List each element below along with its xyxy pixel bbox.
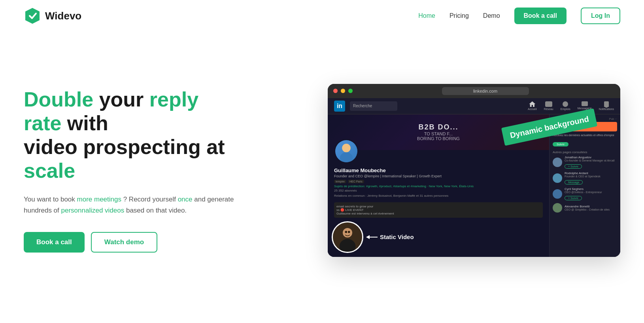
li-post: email secrets to grow your ss 🔴 LIVE EVE… — [334, 202, 543, 218]
hero-buttons: Book a call Watch demo — [24, 232, 237, 253]
nav-links: Home Pricing Demo Book a call Log In — [418, 8, 620, 24]
sidebar-role-3: CEO @Solteos - Entrepreneur — [565, 191, 602, 194]
sidebar-role-4: CEO @ Simplébo - Création de sites — [565, 208, 610, 211]
static-video-circle — [332, 221, 363, 253]
logo-icon — [24, 7, 41, 25]
sidebar-name-4: Alexandre Bonetti — [565, 205, 610, 208]
sidebar-avatar-4 — [553, 203, 562, 213]
svg-marker-0 — [25, 8, 40, 24]
cover-b2b-text: B2B DO... — [417, 123, 460, 131]
sidebar-person-info-4: Alexandre Bonetti CEO @ Simplébo - Créat… — [565, 205, 610, 211]
nav-book-call-button[interactable]: Book a call — [514, 8, 567, 24]
hero-subtitle-once: once — [178, 196, 193, 203]
li-nav-accueil: Accueil — [528, 101, 537, 110]
tag-hec: HEC Paris — [348, 180, 364, 183]
nav-demo[interactable]: Demo — [483, 12, 500, 19]
hero-title-with: with — [61, 112, 108, 135]
browser-mockup: linkedin.com in Recherche Accueil — [328, 84, 620, 257]
cover-boring2-text: BORING TO BORING — [417, 136, 460, 141]
post-author: Guillaume est intervenu à cet événement — [336, 212, 540, 215]
sidebar-avatar-1 — [553, 158, 562, 167]
profile-avatar — [334, 139, 359, 163]
linkedin-search: Recherche — [350, 101, 397, 111]
hero-left: Double your reply rate with video prospe… — [24, 88, 237, 252]
hero-title: Double your reply rate with video prospe… — [24, 88, 237, 182]
linkedin-profile-section: Guillaume Moubeche Founder and CEO @lemp… — [328, 150, 549, 229]
hero-subtitle-p4: based on that video. — [124, 207, 187, 214]
cover-boring-text: TO STAND F... — [417, 131, 460, 136]
brand-name: Widevo — [45, 10, 81, 22]
sidebar-role-2: Founder & CEO at Spendesk — [565, 175, 601, 178]
logo[interactable]: Widevo — [24, 7, 81, 25]
post-title: email secrets to grow your — [336, 205, 540, 208]
li-nav-notifications: Notifications — [599, 101, 614, 110]
svg-point-1 — [342, 144, 351, 152]
hero-title-double: Double — [24, 88, 99, 111]
sidebar-follow-1[interactable]: + Suivre — [565, 164, 582, 169]
sidebar-person-info-3: Cyril Seghers CEO @Solteos - Entrepreneu… — [565, 187, 602, 201]
nav-login-button[interactable]: Log In — [581, 8, 620, 24]
static-video-label-text: Static Video — [380, 234, 414, 240]
linkedin-logo: in — [334, 101, 345, 112]
avatar-image — [335, 140, 357, 162]
nav-home[interactable]: Home — [418, 12, 435, 19]
sidebar-person-1: Jonathan Anguelov Co-founder & General M… — [553, 156, 617, 169]
linkedin-body: B2B DO... TO STAND F... BORING TO BORING — [328, 114, 620, 257]
svg-point-6 — [345, 231, 347, 233]
arrow-icon — [366, 237, 378, 238]
tag-company: lempire — [334, 180, 346, 183]
hero-title-your: your — [99, 88, 149, 111]
hero-title-scale: scale — [24, 159, 75, 182]
browser-bar: linkedin.com — [328, 84, 620, 98]
li-nav-emplois: Emplois — [561, 101, 570, 110]
navbar: Widevo Home Pricing Demo Book a call Log… — [0, 0, 644, 32]
sidebar-name-1: Jonathan Anguelov — [565, 156, 614, 159]
browser-content: in Recherche Accueil Réseau — [328, 98, 620, 257]
profile-tags: lempire HEC Paris — [334, 180, 543, 183]
sidebar-person-4: Alexandre Bonetti CEO @ Simplébo - Créat… — [553, 203, 617, 213]
sidebar-person-info-1: Jonathan Anguelov Co-founder & General M… — [565, 156, 614, 169]
static-video-label-wrap: Static Video — [366, 234, 414, 240]
svg-point-2 — [340, 152, 353, 162]
svg-point-7 — [348, 231, 350, 233]
sidebar-person-2: Rodolphe Ardant Founder & CEO at Spendes… — [553, 171, 617, 185]
hero-title-line2: video prospecting at — [24, 135, 225, 158]
hero-subtitle-p1: You want to book — [24, 196, 77, 203]
sidebar-suivre-btn[interactable]: Suivre — [553, 142, 568, 146]
linkedin-nav-icons: Accueil Réseau Emplois Messagerie — [528, 101, 614, 110]
profile-connections: Relations en commun : Jérémy Boisainot, … — [334, 194, 543, 198]
sidebar-person-3: Cyril Seghers CEO @Solteos - Entrepreneu… — [553, 187, 617, 201]
cover-text-b2b: B2B DO... TO STAND F... BORING TO BORING — [417, 123, 460, 141]
profile-location: Sujets de prédilection: #growth, #produc… — [334, 184, 543, 188]
profile-title: Founder and CEO @lempire | International… — [334, 174, 543, 178]
browser-dot-yellow — [341, 89, 345, 93]
sidebar-follow-2[interactable]: Message — [565, 180, 583, 184]
profile-stats: 25 352 abonnés — [334, 189, 543, 192]
profile-info: Guillaume Moubeche Founder and CEO @lemp… — [334, 167, 543, 198]
hero-subtitle: You want to book more meetings ? Record … — [24, 194, 237, 216]
profile-name: Guillaume Moubeche — [334, 167, 543, 173]
sidebar-avatar-2 — [553, 173, 562, 183]
sidebar-name-3: Cyril Seghers — [565, 187, 602, 191]
post-subtitle: ss 🔴 LIVE EVENT — [336, 208, 540, 212]
browser-dot-red — [333, 89, 338, 93]
nav-pricing[interactable]: Pricing — [449, 12, 469, 19]
hero-subtitle-p2: ? Record yourself — [121, 196, 178, 203]
browser-url-bar: linkedin.com — [356, 87, 615, 95]
linkedin-sidebar: Pub ··· M meetic Recevez les dernières a… — [549, 114, 620, 257]
sidebar-person-info-2: Rodolphe Ardant Founder & CEO at Spendes… — [565, 171, 601, 185]
hero-subtitle-personalized: personnalized videos — [61, 207, 125, 214]
li-nav-reseau: Réseau — [544, 101, 553, 110]
static-video-wrap: Static Video — [332, 221, 414, 253]
sidebar-avatar-3 — [553, 189, 562, 199]
hero-subtitle-more-meetings: more meetings — [77, 196, 121, 203]
url-text: linkedin.com — [442, 87, 529, 95]
sidebar-role-1: Co-founder & General Manager at Aircall — [565, 159, 614, 162]
sidebar-news-title: Recevez les dernières actualités et offr… — [553, 134, 617, 137]
hero-section: Double your reply rate with video prospe… — [0, 32, 644, 301]
browser-dot-green — [348, 89, 353, 93]
hero-book-call-button[interactable]: Book a call — [24, 232, 85, 253]
hero-watch-demo-button[interactable]: Watch demo — [91, 232, 157, 253]
hero-right: linkedin.com in Recherche Accueil — [320, 84, 620, 257]
sidebar-follow-3[interactable]: + Suivre — [565, 196, 582, 200]
